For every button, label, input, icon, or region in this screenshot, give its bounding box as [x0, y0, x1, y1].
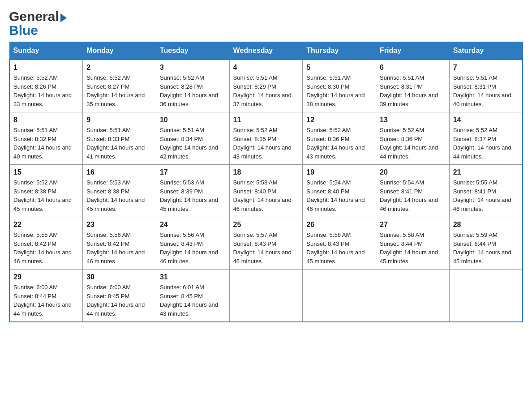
day-number: 26 — [306, 221, 372, 229]
calendar-cell: 5Sunrise: 5:51 AMSunset: 8:30 PMDaylight… — [303, 60, 376, 112]
day-info: Sunrise: 5:51 AMSunset: 8:30 PMDaylight:… — [306, 73, 372, 108]
week-row-1: 1Sunrise: 5:52 AMSunset: 8:26 PMDaylight… — [9, 60, 523, 112]
day-number: 30 — [86, 273, 152, 281]
day-info: Sunrise: 5:58 AMSunset: 8:43 PMDaylight:… — [306, 231, 372, 265]
page-header: General Blue — [9, 9, 523, 37]
day-info: Sunrise: 5:57 AMSunset: 8:43 PMDaylight:… — [233, 231, 299, 265]
day-number: 31 — [160, 273, 226, 281]
calendar-cell: 31Sunrise: 6:01 AMSunset: 8:45 PMDayligh… — [156, 270, 229, 322]
calendar-cell: 19Sunrise: 5:54 AMSunset: 8:40 PMDayligh… — [303, 165, 376, 217]
day-number: 25 — [233, 221, 299, 229]
header-sunday: Sunday — [9, 42, 83, 60]
day-number: 6 — [380, 64, 446, 72]
calendar-cell: 26Sunrise: 5:58 AMSunset: 8:43 PMDayligh… — [303, 217, 376, 270]
day-number: 1 — [13, 64, 79, 72]
calendar-cell: 10Sunrise: 5:51 AMSunset: 8:34 PMDayligh… — [156, 112, 229, 165]
day-info: Sunrise: 5:52 AMSunset: 8:26 PMDaylight:… — [13, 73, 79, 108]
calendar-cell — [449, 270, 523, 322]
logo-arrow-icon — [60, 13, 67, 22]
day-info: Sunrise: 5:56 AMSunset: 8:42 PMDaylight:… — [86, 231, 152, 265]
day-info: Sunrise: 5:52 AMSunset: 8:36 PMDaylight:… — [380, 126, 446, 161]
calendar-cell: 30Sunrise: 6:00 AMSunset: 8:45 PMDayligh… — [83, 270, 156, 322]
calendar-cell: 21Sunrise: 5:55 AMSunset: 8:41 PMDayligh… — [449, 165, 523, 217]
header-thursday: Thursday — [303, 42, 376, 60]
day-info: Sunrise: 5:54 AMSunset: 8:40 PMDaylight:… — [306, 178, 372, 213]
calendar-cell: 28Sunrise: 5:59 AMSunset: 8:44 PMDayligh… — [449, 217, 523, 270]
day-number: 23 — [86, 221, 152, 229]
calendar-table: SundayMondayTuesdayWednesdayThursdayFrid… — [9, 42, 523, 322]
calendar-cell: 9Sunrise: 5:51 AMSunset: 8:33 PMDaylight… — [83, 112, 156, 165]
calendar-cell: 7Sunrise: 5:51 AMSunset: 8:31 PMDaylight… — [449, 60, 523, 112]
day-number: 10 — [160, 116, 226, 124]
logo: General Blue — [9, 9, 67, 37]
calendar-cell — [229, 270, 303, 322]
day-number: 17 — [160, 168, 226, 176]
day-info: Sunrise: 5:55 AMSunset: 8:41 PMDaylight:… — [453, 178, 519, 213]
calendar-cell: 14Sunrise: 5:52 AMSunset: 8:37 PMDayligh… — [449, 112, 523, 165]
day-number: 14 — [453, 116, 519, 124]
day-number: 16 — [86, 168, 152, 176]
calendar-cell: 15Sunrise: 5:52 AMSunset: 8:38 PMDayligh… — [9, 165, 83, 217]
day-number: 21 — [453, 168, 519, 176]
week-row-4: 22Sunrise: 5:55 AMSunset: 8:42 PMDayligh… — [9, 217, 523, 270]
calendar-cell: 18Sunrise: 5:53 AMSunset: 8:40 PMDayligh… — [229, 165, 303, 217]
day-number: 7 — [453, 64, 519, 72]
day-info: Sunrise: 5:51 AMSunset: 8:34 PMDaylight:… — [160, 126, 226, 161]
week-row-3: 15Sunrise: 5:52 AMSunset: 8:38 PMDayligh… — [9, 165, 523, 217]
calendar-cell: 17Sunrise: 5:53 AMSunset: 8:39 PMDayligh… — [156, 165, 229, 217]
calendar-cell: 25Sunrise: 5:57 AMSunset: 8:43 PMDayligh… — [229, 217, 303, 270]
header-friday: Friday — [376, 42, 450, 60]
day-info: Sunrise: 5:53 AMSunset: 8:40 PMDaylight:… — [233, 178, 299, 213]
day-info: Sunrise: 6:00 AMSunset: 8:45 PMDaylight:… — [86, 283, 152, 318]
header-wednesday: Wednesday — [229, 42, 303, 60]
calendar-cell: 29Sunrise: 6:00 AMSunset: 8:44 PMDayligh… — [9, 270, 83, 322]
header-tuesday: Tuesday — [156, 42, 229, 60]
day-number: 11 — [233, 116, 299, 124]
day-number: 4 — [233, 64, 299, 72]
day-info: Sunrise: 5:52 AMSunset: 8:38 PMDaylight:… — [13, 178, 79, 213]
calendar-cell: 2Sunrise: 5:52 AMSunset: 8:27 PMDaylight… — [83, 60, 156, 112]
day-number: 20 — [380, 168, 446, 176]
calendar-cell: 13Sunrise: 5:52 AMSunset: 8:36 PMDayligh… — [376, 112, 450, 165]
day-number: 18 — [233, 168, 299, 176]
calendar-cell: 20Sunrise: 5:54 AMSunset: 8:41 PMDayligh… — [376, 165, 450, 217]
day-number: 24 — [160, 221, 226, 229]
calendar-cell — [303, 270, 376, 322]
calendar-header-row: SundayMondayTuesdayWednesdayThursdayFrid… — [9, 42, 523, 60]
day-info: Sunrise: 5:53 AMSunset: 8:39 PMDaylight:… — [160, 178, 226, 213]
day-number: 29 — [13, 273, 79, 281]
day-info: Sunrise: 5:52 AMSunset: 8:37 PMDaylight:… — [453, 126, 519, 161]
day-info: Sunrise: 5:56 AMSunset: 8:43 PMDaylight:… — [160, 231, 226, 265]
calendar-cell: 12Sunrise: 5:52 AMSunset: 8:36 PMDayligh… — [303, 112, 376, 165]
day-number: 28 — [453, 221, 519, 229]
day-info: Sunrise: 5:51 AMSunset: 8:29 PMDaylight:… — [233, 73, 299, 108]
day-number: 3 — [160, 64, 226, 72]
day-number: 12 — [306, 116, 372, 124]
calendar-cell: 27Sunrise: 5:58 AMSunset: 8:44 PMDayligh… — [376, 217, 450, 270]
calendar-cell: 1Sunrise: 5:52 AMSunset: 8:26 PMDaylight… — [9, 60, 83, 112]
logo-general: General — [9, 9, 59, 24]
week-row-5: 29Sunrise: 6:00 AMSunset: 8:44 PMDayligh… — [9, 270, 523, 322]
calendar-cell — [376, 270, 450, 322]
day-info: Sunrise: 6:00 AMSunset: 8:44 PMDaylight:… — [13, 283, 79, 318]
calendar-cell: 23Sunrise: 5:56 AMSunset: 8:42 PMDayligh… — [83, 217, 156, 270]
calendar-cell: 4Sunrise: 5:51 AMSunset: 8:29 PMDaylight… — [229, 60, 303, 112]
day-number: 13 — [380, 116, 446, 124]
day-number: 15 — [13, 168, 79, 176]
day-info: Sunrise: 5:52 AMSunset: 8:36 PMDaylight:… — [306, 126, 372, 161]
day-number: 2 — [86, 64, 152, 72]
calendar-cell: 8Sunrise: 5:51 AMSunset: 8:32 PMDaylight… — [9, 112, 83, 165]
calendar-cell: 3Sunrise: 5:52 AMSunset: 8:28 PMDaylight… — [156, 60, 229, 112]
calendar-cell: 6Sunrise: 5:51 AMSunset: 8:31 PMDaylight… — [376, 60, 450, 112]
day-info: Sunrise: 6:01 AMSunset: 8:45 PMDaylight:… — [160, 283, 226, 318]
header-monday: Monday — [83, 42, 156, 60]
calendar-cell: 11Sunrise: 5:52 AMSunset: 8:35 PMDayligh… — [229, 112, 303, 165]
logo-blue: Blue — [9, 23, 38, 38]
day-info: Sunrise: 5:58 AMSunset: 8:44 PMDaylight:… — [380, 231, 446, 265]
header-saturday: Saturday — [449, 42, 523, 60]
calendar-cell: 16Sunrise: 5:53 AMSunset: 8:38 PMDayligh… — [83, 165, 156, 217]
day-number: 5 — [306, 64, 372, 72]
day-info: Sunrise: 5:59 AMSunset: 8:44 PMDaylight:… — [453, 231, 519, 265]
day-info: Sunrise: 5:54 AMSunset: 8:41 PMDaylight:… — [380, 178, 446, 213]
week-row-2: 8Sunrise: 5:51 AMSunset: 8:32 PMDaylight… — [9, 112, 523, 165]
